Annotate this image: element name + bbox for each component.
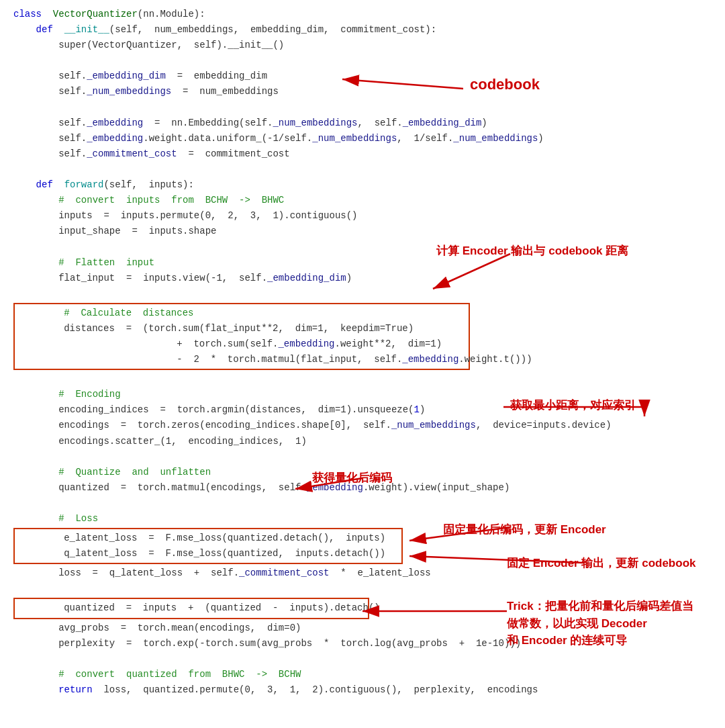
- code-line-37: quantized = inputs + (quantized - inputs…: [19, 600, 364, 616]
- code-line-27: encodings.scatter_(1, encoding_indices, …: [13, 434, 712, 449]
- code-line-34: q_latent_loss = F.mse_loss(quantized, in…: [19, 546, 397, 561]
- code-line-33: e_latent_loss = F.mse_loss(quantized.det…: [19, 531, 397, 546]
- code-line-blank9: [13, 581, 712, 596]
- quantized-inputs-box: quantized = inputs + (quantized - inputs…: [13, 598, 369, 619]
- code-line-26: encodings = torch.zeros(encoding_indices…: [13, 418, 712, 433]
- loss-box: e_latent_loss = F.mse_loss(quantized.det…: [13, 528, 403, 564]
- code-line-1: class VectorQuantizer(nn.Module):: [13, 7, 712, 22]
- code-line-32: # Loss: [13, 511, 712, 527]
- code-line-13: # convert inputs from BCHW -> BHWC: [13, 193, 712, 208]
- code-line-35: loss = q_latent_loss + self._commitment_…: [13, 565, 712, 581]
- code-line-5: self._embedding_dim = embedding_dim: [13, 69, 712, 84]
- code-line-25: encoding_indices = torch.argmin(distance…: [13, 402, 712, 418]
- code-line-10: self._commitment_cost = commitment_cost: [13, 146, 712, 162]
- code-line-3: super(VectorQuantizer, self).__init__(): [13, 38, 712, 53]
- code-wrapper: class VectorQuantizer(nn.Module): def __…: [0, 0, 725, 704]
- code-line-blank3: [13, 162, 712, 177]
- code-line-blank8: [13, 496, 712, 511]
- code-line-blank10: [13, 651, 712, 667]
- code-line-22: - 2 * torch.matmul(flat_input, self._emb…: [19, 352, 465, 367]
- code-line-blank7: [13, 449, 712, 465]
- code-line-38: avg_probs = torch.mean(encodings, dim=0): [13, 621, 712, 636]
- code-line-12: def forward(self, inputs):: [13, 177, 712, 193]
- code-line-14: inputs = inputs.permute(0, 2, 3, 1).cont…: [13, 208, 712, 224]
- code-line-41: # convert quantized from BHWC -> BCHW: [13, 667, 712, 682]
- code-line-blank1: [13, 53, 712, 69]
- code-line-21: + torch.sum(self._embedding.weight**2, d…: [19, 336, 465, 352]
- code-line-15: input_shape = inputs.shape: [13, 224, 712, 239]
- code-line-2: def __init__(self, num_embeddings, embed…: [13, 22, 712, 38]
- svg-line-6: [409, 527, 510, 541]
- code-line-24: # Encoding: [13, 387, 712, 402]
- code-line-17: # Flatten input: [13, 255, 712, 271]
- code-line-20: distances = (torch.sum(flat_input**2, di…: [19, 321, 465, 336]
- code-line-6: self._num_embeddings = num_embeddings: [13, 84, 712, 99]
- code-line-9: self._embedding.weight.data.uniform_(-1/…: [13, 131, 712, 146]
- code-line-blank4: [13, 239, 712, 255]
- code-line-29: # Quantize and unflatten: [13, 465, 712, 480]
- code-line-blank5: [13, 286, 712, 302]
- code-line-8: self._embedding = nn.Embedding(self._num…: [13, 116, 712, 131]
- code-line-18: flat_input = inputs.view(-1, self._embed…: [13, 271, 712, 286]
- distances-box: # Calculate distances distances = (torch…: [13, 303, 470, 370]
- code-line-30: quantized = torch.matmul(encodings, self…: [13, 480, 712, 496]
- code-line-blank6: [13, 371, 712, 387]
- code-line-blank2: [13, 100, 712, 116]
- code-container: class VectorQuantizer(nn.Module): def __…: [0, 0, 725, 704]
- code-line-39: perplexity = torch.exp(-torch.sum(avg_pr…: [13, 636, 712, 651]
- code-line-42: return loss, quantized.permute(0, 3, 1, …: [13, 682, 712, 698]
- code-line-19: # Calculate distances: [19, 306, 465, 321]
- svg-line-7: [409, 556, 584, 563]
